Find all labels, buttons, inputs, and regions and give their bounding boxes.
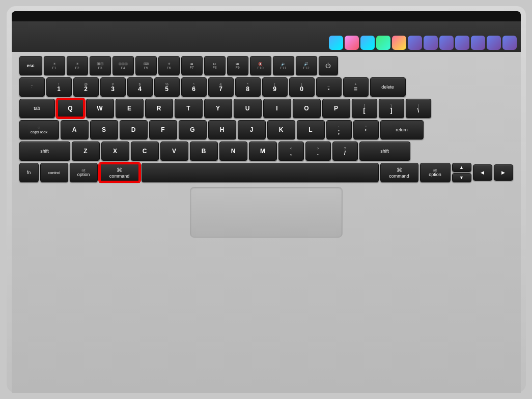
- key-f1[interactable]: ☀ F1: [44, 56, 65, 75]
- keyboard-area: esc ☀ F1 ☀ F2 ⊞⊞ F3 ⊞⊞⊞ F4 ⌨ F5: [12, 52, 521, 393]
- key-arrow-up[interactable]: ▲: [452, 163, 471, 172]
- dock-icon-1: [329, 36, 343, 50]
- dock-icon-6: [408, 36, 422, 50]
- key-quote[interactable]: " ': [353, 120, 379, 139]
- key-period[interactable]: > .: [305, 141, 331, 161]
- key-5[interactable]: % 5: [154, 77, 180, 97]
- dock-icon-7: [424, 36, 438, 50]
- function-key-row: esc ☀ F1 ☀ F2 ⊞⊞ F3 ⊞⊞⊞ F4 ⌨ F5: [19, 56, 513, 75]
- key-z[interactable]: Z: [72, 141, 100, 161]
- key-comma[interactable]: < ,: [278, 141, 304, 161]
- asdf-key-row: ○ caps lock A S D F G H J: [19, 120, 513, 139]
- qwerty-key-row: tab Q W E R T Y U I: [19, 99, 513, 118]
- key-1[interactable]: ! 1: [46, 77, 72, 97]
- key-shift-right[interactable]: shift: [359, 141, 410, 161]
- key-6[interactable]: ^ 6: [181, 77, 207, 97]
- key-option-right[interactable]: alt option: [420, 163, 451, 182]
- key-0[interactable]: ) 0: [289, 77, 315, 97]
- key-slash[interactable]: ? /: [332, 141, 358, 161]
- key-delete[interactable]: delete: [370, 77, 406, 97]
- key-f9[interactable]: ⏭ F9: [227, 56, 248, 75]
- dock-icon-2: [345, 36, 359, 50]
- key-arrow-left[interactable]: ◀: [473, 164, 492, 181]
- key-f10[interactable]: 🔇 F10: [250, 56, 271, 75]
- key-command-right[interactable]: ⌘ command: [380, 163, 418, 182]
- key-arrow-right[interactable]: ▶: [494, 164, 513, 181]
- key-o[interactable]: O: [293, 99, 321, 118]
- key-f8[interactable]: ⏯ F8: [204, 56, 226, 75]
- key-k[interactable]: K: [267, 120, 295, 139]
- key-f2[interactable]: ☀ F2: [67, 56, 88, 75]
- key-m[interactable]: M: [249, 141, 277, 161]
- dock-icon-10: [471, 36, 485, 50]
- dock-icon-5: [392, 36, 406, 50]
- key-f6[interactable]: ☀ F6: [158, 56, 180, 75]
- laptop-body: MacBook Air esc ☀ F1: [7, 6, 526, 393]
- key-equals[interactable]: + =: [343, 77, 369, 97]
- key-tab[interactable]: tab: [19, 99, 55, 118]
- key-option-left[interactable]: alt option: [70, 163, 98, 182]
- key-y[interactable]: Y: [204, 99, 232, 118]
- key-tilde[interactable]: ~ `: [19, 77, 45, 97]
- key-control[interactable]: control: [40, 163, 68, 182]
- key-arrow-down[interactable]: ▼: [452, 173, 471, 182]
- key-d[interactable]: D: [120, 120, 148, 139]
- key-backslash[interactable]: | \: [406, 99, 431, 118]
- dock-icon-12: [502, 36, 517, 50]
- key-f7[interactable]: ⏮ F7: [181, 56, 203, 75]
- key-x[interactable]: X: [101, 141, 129, 161]
- dock-icon-3: [360, 36, 375, 50]
- key-minus[interactable]: _ -: [316, 77, 342, 97]
- key-h[interactable]: H: [208, 120, 236, 139]
- number-key-row: ~ ` ! 1 @ 2 # 3 $ 4 % 5: [19, 77, 513, 97]
- key-a[interactable]: A: [61, 120, 89, 139]
- zxcv-key-row: shift Z X C V B N M <: [19, 141, 513, 161]
- key-p[interactable]: P: [322, 99, 350, 118]
- key-space[interactable]: [142, 163, 379, 182]
- key-f3[interactable]: ⊞⊞ F3: [90, 56, 111, 75]
- dock-icon-11: [487, 36, 501, 50]
- screen-area: MacBook Air: [12, 11, 521, 52]
- key-caps-lock[interactable]: ○ caps lock: [19, 120, 59, 139]
- key-esc[interactable]: esc: [19, 56, 42, 75]
- key-b[interactable]: B: [190, 141, 218, 161]
- key-s[interactable]: S: [90, 120, 118, 139]
- key-4[interactable]: $ 4: [127, 77, 153, 97]
- key-v[interactable]: V: [160, 141, 188, 161]
- key-f[interactable]: F: [149, 120, 177, 139]
- key-command-left[interactable]: ⌘ command: [99, 163, 140, 182]
- key-t[interactable]: T: [175, 99, 203, 118]
- dock-icon-9: [455, 36, 469, 50]
- key-f4[interactable]: ⊞⊞⊞ F4: [113, 56, 134, 75]
- key-j[interactable]: J: [238, 120, 266, 139]
- key-8[interactable]: * 8: [235, 77, 261, 97]
- key-power[interactable]: ⏻: [319, 56, 338, 75]
- key-bracket-open[interactable]: { [: [352, 99, 377, 118]
- key-c[interactable]: C: [131, 141, 159, 161]
- key-7[interactable]: & 7: [208, 77, 234, 97]
- key-e[interactable]: E: [116, 99, 144, 118]
- key-fn[interactable]: fn: [19, 163, 39, 182]
- key-bracket-close[interactable]: } ]: [379, 99, 404, 118]
- key-g[interactable]: G: [179, 120, 207, 139]
- key-w[interactable]: W: [86, 99, 114, 118]
- key-3[interactable]: # 3: [100, 77, 126, 97]
- key-n[interactable]: N: [219, 141, 247, 161]
- key-f5[interactable]: ⌨ F5: [135, 56, 157, 75]
- key-f12[interactable]: 🔊 F12: [296, 56, 317, 75]
- key-9[interactable]: ( 9: [262, 77, 288, 97]
- key-l[interactable]: L: [297, 120, 325, 139]
- dock-icon-4: [376, 36, 390, 50]
- dock-icon-8: [439, 36, 454, 50]
- key-u[interactable]: U: [234, 99, 262, 118]
- key-q[interactable]: Q: [57, 99, 85, 118]
- key-return[interactable]: return: [380, 120, 424, 139]
- key-i[interactable]: I: [263, 99, 291, 118]
- key-2[interactable]: @ 2: [73, 77, 99, 97]
- key-semicolon[interactable]: : ;: [326, 120, 352, 139]
- trackpad[interactable]: [190, 187, 343, 238]
- key-f11[interactable]: 🔉 F11: [273, 56, 294, 75]
- screen-content: [12, 21, 521, 52]
- key-r[interactable]: R: [145, 99, 173, 118]
- key-shift-left[interactable]: shift: [19, 141, 70, 161]
